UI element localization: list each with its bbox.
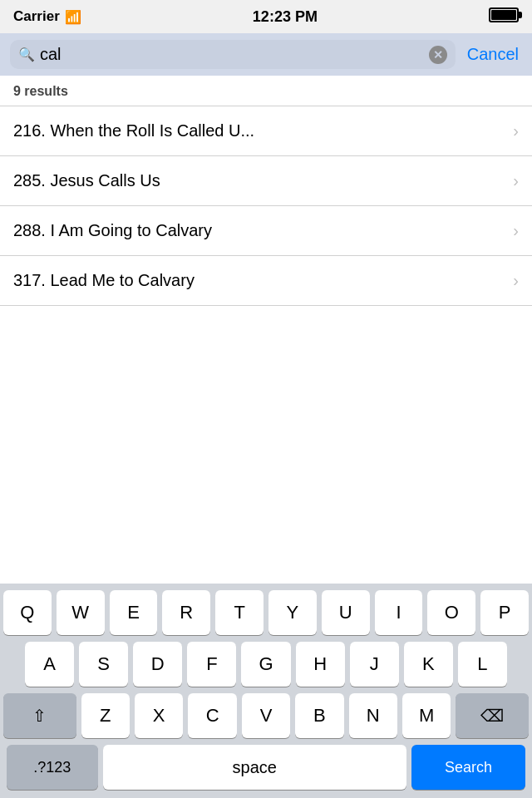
delete-icon: ⌫ (480, 706, 504, 726)
result-text-1: 216. When the Roll Is Called U... (13, 121, 254, 140)
key-a[interactable]: A (25, 642, 74, 687)
results-list: 216. When the Roll Is Called U... › 285.… (0, 106, 532, 306)
key-o[interactable]: O (427, 590, 475, 635)
battery-icon (489, 7, 519, 27)
key-e[interactable]: E (110, 590, 158, 635)
search-input-wrapper: 🔍 ✕ (10, 40, 456, 69)
shift-key[interactable]: ⇧ (3, 693, 76, 738)
chevron-right-icon-4: › (513, 271, 519, 290)
key-n[interactable]: N (349, 693, 397, 738)
result-text-3: 288. I Am Going to Calvary (13, 221, 212, 240)
carrier-text: Carrier (13, 8, 60, 25)
result-text-2: 285. Jesus Calls Us (13, 171, 160, 190)
key-r[interactable]: R (162, 590, 210, 635)
key-y[interactable]: Y (268, 590, 317, 635)
search-input[interactable] (40, 45, 424, 64)
delete-key[interactable]: ⌫ (456, 693, 529, 738)
key-u[interactable]: U (322, 590, 370, 635)
status-time: 12:23 PM (253, 8, 318, 26)
key-d[interactable]: D (133, 642, 182, 687)
key-s[interactable]: S (79, 642, 128, 687)
clear-button[interactable]: ✕ (429, 46, 447, 64)
key-x[interactable]: X (135, 693, 183, 738)
key-m[interactable]: M (402, 693, 451, 738)
key-z[interactable]: Z (81, 693, 130, 738)
results-count: 9 results (0, 76, 532, 106)
key-g[interactable]: G (241, 642, 290, 687)
cancel-button[interactable]: Cancel (464, 45, 522, 64)
key-k[interactable]: K (404, 642, 453, 687)
result-item-3[interactable]: 288. I Am Going to Calvary › (0, 206, 532, 256)
chevron-right-icon-3: › (513, 221, 519, 240)
search-button[interactable]: Search (411, 745, 525, 790)
key-p[interactable]: P (480, 590, 529, 635)
carrier-label: Carrier 📶 (13, 8, 81, 25)
key-q[interactable]: Q (3, 590, 52, 635)
space-key[interactable]: space (103, 745, 406, 790)
wifi-icon: 📶 (65, 9, 81, 25)
search-icon: 🔍 (18, 47, 35, 62)
result-item-1[interactable]: 216. When the Roll Is Called U... › (0, 106, 532, 156)
key-t[interactable]: T (215, 590, 264, 635)
chevron-right-icon-1: › (513, 121, 519, 140)
key-l[interactable]: L (458, 642, 507, 687)
num-sym-key[interactable]: .?123 (7, 745, 98, 790)
key-f[interactable]: F (187, 642, 236, 687)
result-item-4[interactable]: 317. Lead Me to Calvary › (0, 256, 532, 306)
keyboard: Q W E R T Y U I O P A S D F G H J K L ⇧ … (0, 584, 532, 798)
keyboard-row-2: A S D F G H J K L (3, 642, 529, 687)
key-c[interactable]: C (188, 693, 236, 738)
key-b[interactable]: B (295, 693, 343, 738)
key-i[interactable]: I (375, 590, 423, 635)
key-v[interactable]: V (242, 693, 290, 738)
keyboard-row-1: Q W E R T Y U I O P (3, 590, 529, 635)
chevron-right-icon-2: › (513, 171, 519, 190)
result-item-2[interactable]: 285. Jesus Calls Us › (0, 156, 532, 206)
key-j[interactable]: J (350, 642, 399, 687)
key-w[interactable]: W (57, 590, 105, 635)
keyboard-bottom-row: .?123 space Search (3, 745, 529, 790)
result-text-4: 317. Lead Me to Calvary (13, 271, 195, 290)
keyboard-row-3: ⇧ Z X C V B N M ⌫ (3, 693, 529, 738)
key-h[interactable]: H (296, 642, 345, 687)
search-bar-container: 🔍 ✕ Cancel (0, 33, 532, 76)
status-bar: Carrier 📶 12:23 PM (0, 0, 532, 33)
